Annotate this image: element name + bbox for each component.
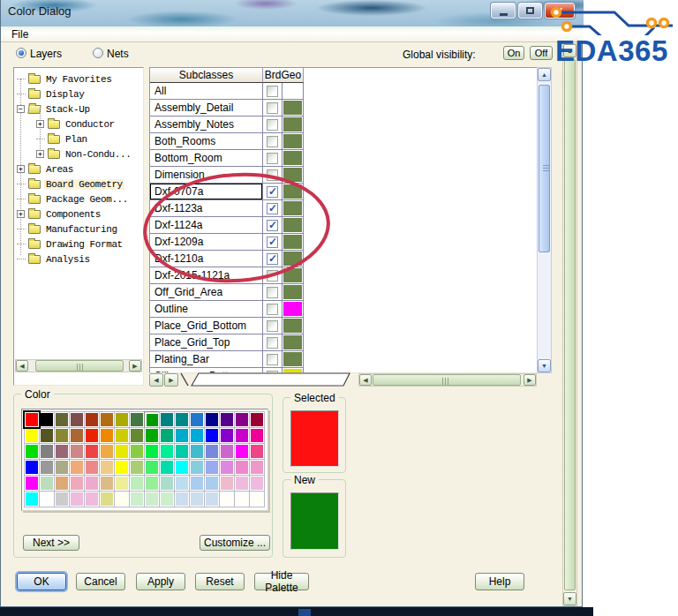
table-scroll-right-icon[interactable]: ▶ [524,374,536,386]
palette-color-1-6[interactable] [115,428,129,443]
palette-color-5-1[interactable] [40,492,54,507]
palette-color-4-1[interactable] [40,476,54,491]
palette-color-3-3[interactable] [70,460,84,475]
table-vscrollbar[interactable]: ▲ ▼ [537,67,552,373]
palette-color-4-15[interactable] [250,476,264,491]
color-swatch-cell[interactable] [282,301,304,318]
palette-color-2-10[interactable] [175,444,189,459]
subclass-name-cell[interactable]: Bottom_Room [150,150,263,167]
tree-item-board-geometry[interactable]: Board Geometry [17,177,124,192]
unchecked-checkbox[interactable] [267,136,278,147]
hide-palette-button[interactable]: Hide Palette [254,573,309,590]
palette-color-5-4[interactable] [85,492,99,507]
reset-button[interactable]: Reset [195,573,245,590]
subclass-name-cell[interactable]: Dxf-1123a [150,200,263,217]
tree-item-manufacturing[interactable]: Manufacturing [17,222,119,237]
palette-color-1-9[interactable] [160,428,174,443]
palette-color-0-5[interactable] [100,412,114,427]
palette-color-3-6[interactable] [115,460,129,475]
palette-color-2-13[interactable] [220,444,234,459]
tree-hscroll-thumb[interactable] [35,360,124,372]
palette-color-2-6[interactable] [115,444,129,459]
color-swatch-cell[interactable] [282,234,304,251]
expand-icon[interactable]: + [17,165,25,173]
title-bar[interactable]: Color Dialog × [1,0,584,26]
unchecked-checkbox[interactable] [267,169,278,181]
palette-color-1-13[interactable] [220,428,234,443]
tree-item-areas[interactable]: +Areas [17,162,75,177]
palette-color-1-12[interactable] [205,428,219,443]
palette-color-0-2[interactable] [55,412,69,427]
dialog-vscrollbar[interactable]: ▲ ▼ [562,43,577,606]
palette-color-5-3[interactable] [70,492,84,507]
palette-color-4-2[interactable] [55,476,69,491]
palette-color-4-14[interactable] [235,476,249,491]
palette-color-2-11[interactable] [190,444,204,459]
palette-color-5-12[interactable] [205,492,219,507]
tree-item-non-condu[interactable]: +Non-Condu... [36,146,132,162]
checked-checkbox[interactable] [267,237,278,248]
color-swatch-cell[interactable] [282,100,304,116]
palette-color-2-8[interactable] [145,444,159,459]
subclass-name-cell[interactable]: Off_Grid_Area [150,284,263,301]
palette-color-3-10[interactable] [175,460,189,475]
tree-item-components[interactable]: +Components [17,207,102,222]
palette-color-1-10[interactable] [175,428,189,443]
unchecked-checkbox[interactable] [267,119,278,131]
palette-color-5-14[interactable] [235,492,249,507]
tree-hscrollbar[interactable]: ◀ ▶ [15,359,142,372]
subclass-name-cell[interactable]: Dxf-1124a [150,217,263,234]
tab-scroll-left-icon[interactable]: ◀ [149,373,163,387]
unchecked-checkbox[interactable] [267,270,278,282]
unchecked-checkbox[interactable] [267,287,278,298]
palette-color-0-15[interactable] [250,412,264,427]
table-vscroll-thumb[interactable] [539,85,550,252]
palette-color-3-0[interactable] [25,460,39,475]
unchecked-checkbox[interactable] [267,102,278,114]
palette-color-5-2[interactable] [55,492,69,507]
subclass-name-cell[interactable]: Place_Grid_Top [150,334,263,351]
table-hscrollbar[interactable]: ◀ ▶ [358,373,537,387]
palette-color-2-5[interactable] [100,444,114,459]
tree-item-analysis[interactable]: Analysis [17,252,92,267]
column-header-brdgeo[interactable]: BrdGeo [263,68,304,83]
palette-color-4-11[interactable] [190,476,204,491]
palette-color-5-15[interactable] [250,492,264,507]
palette-color-3-7[interactable] [130,460,144,475]
customize-button[interactable]: Customize ... [200,535,270,551]
palette-color-0-13[interactable] [220,412,234,427]
nets-radio[interactable] [93,48,103,58]
tree-item-display[interactable]: Display [17,86,86,101]
subclass-name-cell[interactable]: Dxf-1209a [150,234,263,251]
tree-item-conductor[interactable]: +Conductor [36,116,117,131]
palette-color-3-8[interactable] [145,460,159,475]
unchecked-checkbox[interactable] [267,354,278,365]
tree-scroll-left-icon[interactable]: ◀ [16,360,28,372]
palette-color-4-9[interactable] [160,476,174,491]
palette-color-0-14[interactable] [235,412,249,427]
tree-item-stack-up[interactable]: −Stack-Up [17,101,92,116]
unchecked-checkbox[interactable] [267,86,278,97]
subclass-name-cell[interactable]: Assembly_Notes [150,116,263,133]
palette-color-1-11[interactable] [190,428,204,443]
palette-color-0-3[interactable] [70,412,84,427]
palette-color-5-0[interactable] [25,492,39,507]
color-swatch-cell[interactable] [282,200,304,217]
palette-color-0-4[interactable] [85,412,99,427]
global-off-button[interactable]: Off [530,46,553,60]
palette-color-5-11[interactable] [190,492,204,507]
color-swatch-cell[interactable] [282,184,304,200]
palette-color-4-7[interactable] [130,476,144,491]
palette-color-1-7[interactable] [130,428,144,443]
palette-color-2-15[interactable] [250,444,264,459]
color-swatch-cell[interactable] [282,351,304,368]
dialog-scroll-down-icon[interactable]: ▼ [563,592,576,605]
palette-color-5-13[interactable] [220,492,234,507]
palette-color-3-4[interactable] [85,460,99,475]
minimize-button[interactable] [491,3,516,19]
layers-radio[interactable] [16,48,26,58]
palette-color-5-7[interactable] [130,492,144,507]
maximize-button[interactable] [518,3,542,19]
palette-color-3-2[interactable] [55,460,69,475]
subclass-name-cell[interactable]: Outline [150,301,263,318]
